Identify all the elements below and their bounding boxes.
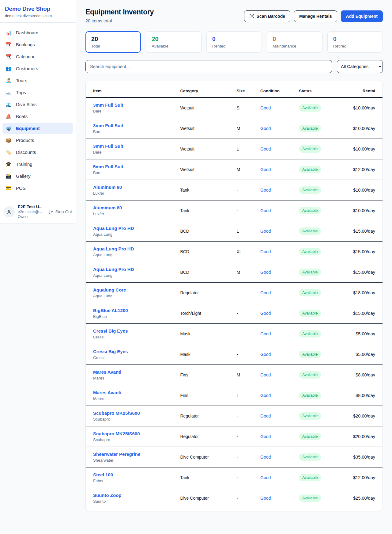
stat-card-retired[interactable]: 0Retired: [327, 31, 383, 53]
sign-out-button[interactable]: Sign Out: [48, 209, 72, 214]
page-header: Equipment Inventory 20 items total Scan …: [85, 8, 383, 23]
item-name-link[interactable]: 5mm Full Suit: [93, 164, 123, 169]
condition-link[interactable]: Good: [260, 475, 271, 480]
sidebar-item-tours[interactable]: 🏝️Tours: [2, 75, 73, 86]
manage-rentals-button[interactable]: Manage Rentals: [294, 10, 337, 22]
sidebar-item-pos[interactable]: 💳POS: [2, 182, 73, 194]
sidebar-item-gallery[interactable]: 📸Gallery: [2, 170, 73, 182]
item-size: -: [234, 426, 258, 447]
item-category: Regulator: [178, 283, 234, 303]
item-name-link[interactable]: 3mm Full Suit: [93, 143, 123, 149]
item-name-link[interactable]: 3mm Full Suit: [93, 102, 123, 108]
tours-icon: 🏝️: [6, 78, 12, 83]
sidebar-item-customers[interactable]: 👥Customers: [2, 63, 73, 74]
condition-link[interactable]: Good: [260, 311, 271, 316]
item-name-link[interactable]: Scubapro MK25/S600: [93, 431, 140, 436]
condition-link[interactable]: Good: [260, 331, 271, 336]
condition-link[interactable]: Good: [260, 147, 271, 151]
item-category: Fins: [178, 365, 234, 385]
item-name-link[interactable]: Aluminum 80: [93, 205, 122, 210]
add-equipment-button[interactable]: Add Equipment: [341, 10, 383, 22]
condition-cell: Good: [258, 406, 296, 426]
sidebar-item-dashboard[interactable]: 📊Dashboard: [2, 27, 73, 38]
sidebar-item-bookings[interactable]: 📅Bookings: [2, 39, 73, 50]
sidebar-item-calendar[interactable]: 📆Calendar: [2, 51, 73, 62]
item-name-link[interactable]: Aqualung Core: [93, 287, 126, 292]
rental-rate: $12.00/day: [341, 159, 383, 180]
condition-cell: Good: [258, 344, 296, 365]
sidebar-item-discounts[interactable]: 🏷️Discounts: [2, 147, 73, 158]
sidebar-item-label: Training: [16, 162, 32, 167]
sidebar-item-equipment[interactable]: 🤿Equipment: [2, 123, 73, 134]
condition-link[interactable]: Good: [260, 105, 271, 110]
item-name-link[interactable]: Aluminum 80: [93, 185, 122, 190]
item-name-link[interactable]: Scubapro MK25/S600: [93, 410, 140, 416]
condition-link[interactable]: Good: [260, 414, 271, 418]
status-cell: Available: [296, 467, 341, 488]
item-name-link[interactable]: Cressi Big Eyes: [93, 349, 128, 354]
condition-cell: Good: [258, 488, 296, 509]
condition-link[interactable]: Good: [260, 249, 271, 254]
condition-link[interactable]: Good: [260, 496, 271, 501]
status-badge: Available: [299, 371, 321, 379]
rental-rate: $15.00/day: [341, 303, 383, 324]
item-name-link[interactable]: Mares Avanti: [93, 390, 121, 395]
condition-link[interactable]: Good: [260, 372, 271, 377]
condition-cell: Good: [258, 221, 296, 242]
item-name-link[interactable]: Aqua Lung Pro HD: [93, 246, 134, 251]
sidebar-item-dive-sites[interactable]: 🌊Dive Sites: [2, 99, 73, 110]
condition-link[interactable]: Good: [260, 434, 271, 439]
item-name-link[interactable]: Cressi Big Eyes: [93, 328, 128, 334]
condition-cell: Good: [258, 242, 296, 262]
item-cell: 3mm Full SuitBare: [86, 139, 178, 159]
scan-barcode-button[interactable]: Scan Barcode: [244, 10, 290, 22]
equipment-table-body: 3mm Full SuitBareWetsuitSGoodAvailable$1…: [86, 97, 383, 508]
status-cell: Available: [296, 118, 341, 139]
category-select[interactable]: All Categories: [337, 60, 383, 73]
sidebar-item-label: Bookings: [16, 42, 35, 47]
condition-link[interactable]: Good: [260, 188, 271, 193]
condition-link[interactable]: Good: [260, 455, 271, 460]
condition-cell: Good: [258, 262, 296, 283]
item-name-link[interactable]: Steel 100: [93, 472, 113, 477]
condition-link[interactable]: Good: [260, 208, 271, 213]
status-badge: Available: [299, 474, 321, 481]
condition-link[interactable]: Good: [260, 393, 271, 398]
condition-link[interactable]: Good: [260, 270, 271, 275]
status-cell: Available: [296, 200, 341, 221]
status-badge: Available: [299, 145, 321, 153]
sidebar-item-trips[interactable]: 🛥️Trips: [2, 87, 73, 98]
condition-link[interactable]: Good: [260, 167, 271, 172]
item-name-link[interactable]: Aqua Lung Pro HD: [93, 226, 134, 231]
stat-card-maintenance[interactable]: 0Maintenance: [267, 31, 322, 53]
table-row: BigBlue AL1200BigBlueTorch/Light-GoodAva…: [86, 303, 383, 324]
item-category: Wetsuit: [178, 97, 234, 118]
page-header-text: Equipment Inventory 20 items total: [85, 8, 154, 23]
stat-label: Retired: [333, 44, 377, 48]
item-name-link[interactable]: 3mm Full Suit: [93, 123, 123, 128]
condition-link[interactable]: Good: [260, 126, 271, 131]
status-cell: Available: [296, 221, 341, 242]
table-row: 3mm Full SuitBareWetsuitLGoodAvailable$1…: [86, 139, 383, 159]
item-size: -: [234, 467, 258, 488]
condition-link[interactable]: Good: [260, 352, 271, 357]
condition-link[interactable]: Good: [260, 290, 271, 295]
table-row: Mares AvantiMaresFinsMGoodAvailable$8.00…: [86, 365, 383, 385]
status-cell: Available: [296, 283, 341, 303]
item-name-link[interactable]: BigBlue AL1200: [93, 308, 128, 313]
item-name-link[interactable]: Suunto Zoop: [93, 493, 121, 498]
item-name-link[interactable]: Shearwater Peregrine: [93, 452, 140, 457]
item-name-link[interactable]: Aqua Lung Pro HD: [93, 267, 134, 272]
stat-card-rented[interactable]: 0Rented: [206, 31, 262, 53]
stat-value: 20: [152, 36, 195, 43]
sidebar-item-training[interactable]: 🎓Training: [2, 158, 73, 170]
sidebar-item-boats[interactable]: ⛵Boats: [2, 111, 73, 122]
sidebar-item-products[interactable]: 📦Products: [2, 135, 73, 146]
stat-card-total[interactable]: 20Total: [85, 31, 141, 53]
stat-card-available[interactable]: 20Available: [146, 31, 201, 53]
condition-link[interactable]: Good: [260, 229, 271, 234]
main-content: Equipment Inventory 20 items total Scan …: [76, 0, 392, 520]
item-name-link[interactable]: Mares Avanti: [93, 369, 121, 375]
search-input[interactable]: [85, 60, 332, 73]
item-category: Torch/Light: [178, 303, 234, 324]
